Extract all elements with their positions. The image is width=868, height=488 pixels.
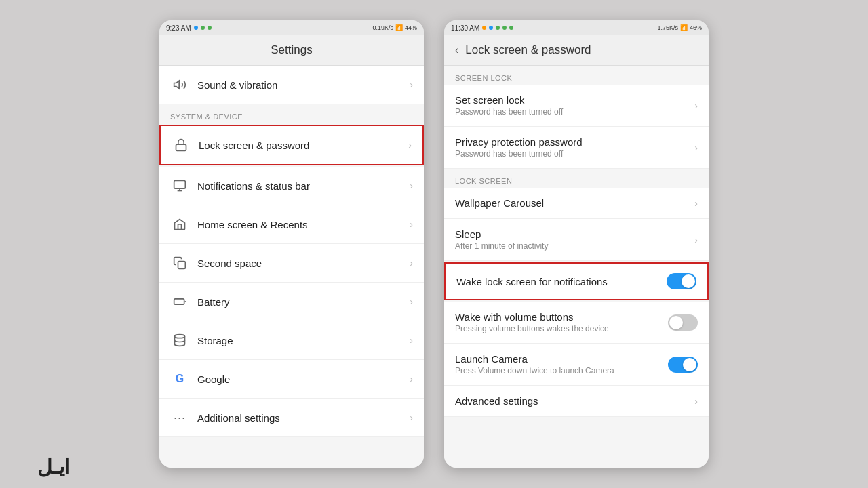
wake-volume-toggle[interactable]	[668, 314, 698, 331]
settings-item-notifications[interactable]: Notifications & status bar ›	[159, 167, 424, 205]
right-phone: 11:30 AM 1.75K/s 📶 46% ‹ Lock screen & p…	[444, 20, 709, 468]
left-speed: 0.19K/s	[372, 24, 393, 31]
launch-camera-toggle-knob	[683, 358, 696, 371]
lock-chevron: ›	[408, 140, 412, 150]
left-phone: 9:23 AM 0.19K/s 📶 44% Settings	[159, 20, 424, 468]
google-text: Google	[197, 373, 410, 385]
settings-header: Settings	[159, 35, 424, 66]
advanced-settings-label: Advanced settings	[455, 395, 694, 407]
wake-volume-toggle-knob	[669, 316, 683, 329]
settings-list: Sound & vibration › SYSTEM & DEVICE Lock…	[159, 66, 424, 468]
sleep-text: Sleep After 1 minute of inactivity	[455, 228, 694, 251]
advanced-settings-text: Advanced settings	[455, 395, 694, 407]
notifications-label: Notifications & status bar	[197, 180, 410, 192]
back-button[interactable]: ‹	[455, 44, 458, 56]
wallpaper-carousel-item[interactable]: Wallpaper Carousel ›	[444, 188, 709, 219]
sound-label: Sound & vibration	[197, 79, 410, 91]
lock-screen-title: Lock screen & password	[465, 43, 591, 57]
svg-rect-5	[178, 262, 186, 269]
launch-camera-item[interactable]: Launch Camera Press Volume down twice to…	[444, 344, 709, 386]
sleep-sub: After 1 minute of inactivity	[455, 241, 694, 251]
lock-screen-section-label: LOCK SCREEN	[444, 169, 709, 188]
left-time: 9:23 AM	[166, 24, 191, 32]
right-battery-status: 46%	[690, 24, 702, 31]
privacy-protection-sub: Password has been turned off	[455, 149, 694, 159]
wake-lock-screen-item[interactable]: Wake lock screen for notifications	[444, 262, 709, 300]
settings-title: Settings	[170, 43, 413, 57]
launch-camera-toggle[interactable]	[668, 357, 698, 373]
settings-item-lock[interactable]: Lock screen & password ›	[159, 125, 424, 165]
home-text: Home screen & Recents	[197, 219, 410, 230]
more-icon: ···	[170, 408, 189, 427]
set-screen-lock-label: Set screen lock	[455, 94, 694, 106]
storage-text: Storage	[197, 335, 410, 346]
system-section-label: SYSTEM & DEVICE	[159, 104, 424, 123]
storage-chevron: ›	[410, 335, 413, 346]
svg-rect-6	[174, 299, 184, 304]
sound-chevron: ›	[410, 79, 413, 90]
additional-chevron: ›	[410, 412, 413, 423]
notifications-chevron: ›	[410, 180, 413, 191]
launch-camera-text: Launch Camera Press Volume down twice to…	[455, 353, 668, 375]
google-chevron: ›	[410, 373, 413, 384]
additional-label: Additional settings	[197, 412, 410, 424]
second-space-chevron: ›	[410, 258, 413, 268]
google-label: Google	[197, 373, 410, 385]
lock-label: Lock screen & password	[199, 140, 408, 151]
screen-lock-section-label: SCREEN LOCK	[444, 66, 709, 85]
r-status-dot-3	[496, 26, 500, 30]
set-screen-lock-chevron: ›	[694, 100, 698, 111]
battery-text: Battery	[197, 296, 410, 308]
settings-item-storage[interactable]: Storage ›	[159, 321, 424, 360]
wake-lock-toggle[interactable]	[667, 273, 696, 289]
sound-text: Sound & vibration	[197, 79, 410, 91]
r-status-dot-2	[489, 26, 493, 30]
settings-item-second-space[interactable]: Second space ›	[159, 244, 424, 283]
lock-icon	[172, 136, 191, 155]
battery-status: 44%	[405, 24, 417, 31]
wake-lock-toggle-knob	[682, 274, 695, 288]
lock-text: Lock screen & password	[199, 140, 408, 151]
wallpaper-carousel-chevron: ›	[694, 198, 698, 209]
wake-lock-label: Wake lock screen for notifications	[456, 276, 667, 287]
wallpaper-carousel-text: Wallpaper Carousel	[455, 197, 694, 209]
home-icon	[170, 215, 189, 234]
privacy-protection-item[interactable]: Privacy protection password Password has…	[444, 127, 709, 169]
status-dot-1	[194, 26, 198, 30]
r-status-dot-1	[482, 26, 486, 30]
svg-rect-2	[174, 181, 186, 189]
battery-chevron: ›	[410, 296, 413, 307]
lock-settings-list: SCREEN LOCK Set screen lock Password has…	[444, 66, 709, 468]
copy-icon	[170, 253, 189, 272]
wake-lock-text: Wake lock screen for notifications	[456, 276, 667, 287]
advanced-settings-chevron: ›	[694, 396, 698, 407]
privacy-protection-label: Privacy protection password	[455, 136, 694, 148]
advanced-settings-item[interactable]: Advanced settings ›	[444, 386, 709, 417]
home-chevron: ›	[410, 219, 413, 230]
settings-item-home[interactable]: Home screen & Recents ›	[159, 205, 424, 244]
wake-volume-text: Wake with volume buttons Pressing volume…	[455, 311, 668, 333]
sleep-chevron: ›	[694, 235, 698, 245]
set-screen-lock-item[interactable]: Set screen lock Password has been turned…	[444, 85, 709, 127]
settings-item-google[interactable]: G Google ›	[159, 360, 424, 399]
storage-label: Storage	[197, 335, 410, 346]
set-screen-lock-sub: Password has been turned off	[455, 107, 694, 117]
svg-rect-1	[176, 144, 186, 150]
privacy-protection-text: Privacy protection password Password has…	[455, 136, 694, 159]
settings-item-battery[interactable]: Battery ›	[159, 283, 424, 321]
sleep-item[interactable]: Sleep After 1 minute of inactivity ›	[444, 219, 709, 261]
status-dot-2	[201, 26, 205, 30]
volume-icon	[170, 75, 189, 94]
settings-item-sound[interactable]: Sound & vibration ›	[159, 66, 424, 104]
battery-label: Battery	[197, 296, 410, 308]
wifi-icon: 📶	[395, 24, 403, 31]
settings-item-additional[interactable]: ··· Additional settings ›	[159, 399, 424, 437]
wake-volume-label: Wake with volume buttons	[455, 311, 668, 323]
right-status-bar: 11:30 AM 1.75K/s 📶 46%	[444, 20, 709, 35]
google-icon: G	[170, 369, 189, 388]
notifications-text: Notifications & status bar	[197, 180, 410, 192]
second-space-text: Second space	[197, 258, 410, 269]
wake-volume-item[interactable]: Wake with volume buttons Pressing volume…	[444, 302, 709, 344]
svg-point-8	[175, 335, 185, 338]
home-label: Home screen & Recents	[197, 219, 410, 230]
